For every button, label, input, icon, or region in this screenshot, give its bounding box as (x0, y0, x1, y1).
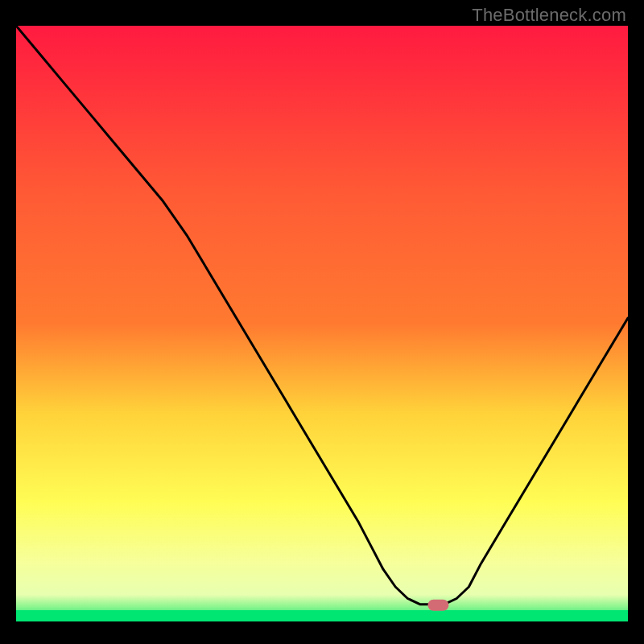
svg-rect-0 (16, 26, 628, 621)
svg-rect-1 (16, 610, 628, 621)
optimal-marker (427, 600, 448, 611)
plot-area (16, 26, 628, 621)
chart-container: TheBottleneck.com (0, 0, 644, 644)
chart-svg (16, 26, 628, 621)
watermark-text: TheBottleneck.com (472, 5, 626, 26)
